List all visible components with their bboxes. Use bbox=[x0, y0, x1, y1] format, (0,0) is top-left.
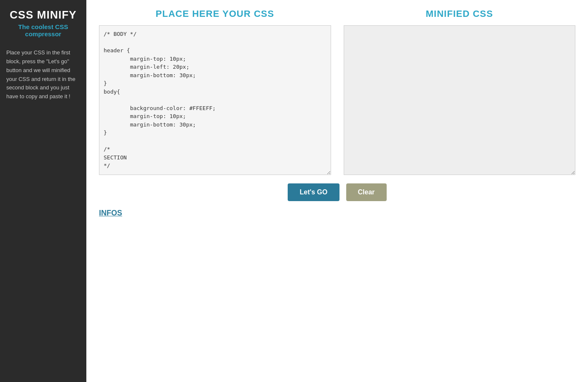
sidebar-logo-row: CSS MINIFY The coolest CSS compressor bbox=[6, 8, 80, 38]
css-output[interactable] bbox=[344, 25, 576, 175]
input-heading: PLACE HERE YOUR CSS bbox=[156, 8, 274, 19]
lets-go-button[interactable]: Let's GO bbox=[288, 183, 339, 201]
output-section: MINIFIED CSS bbox=[344, 8, 576, 175]
sidebar-description: Place your CSS in the first block, press… bbox=[6, 48, 80, 101]
sidebar: CSS MINIFY The coolest CSS compressor Pl… bbox=[0, 0, 86, 382]
main-content: PLACE HERE YOUR CSS MINIFIED CSS Let's G… bbox=[86, 0, 588, 382]
input-section: PLACE HERE YOUR CSS bbox=[99, 8, 331, 175]
sidebar-title: CSS MINIFY bbox=[10, 8, 77, 22]
sidebar-subtitle: The coolest CSS compressor bbox=[6, 23, 80, 38]
clear-button[interactable]: Clear bbox=[346, 183, 387, 201]
css-input[interactable] bbox=[99, 25, 331, 175]
output-heading: MINIFIED CSS bbox=[426, 8, 493, 19]
editors-row: PLACE HERE YOUR CSS MINIFIED CSS bbox=[99, 8, 575, 175]
infos-link[interactable]: INFOS bbox=[99, 209, 575, 218]
buttons-row: Let's GO Clear bbox=[99, 183, 575, 201]
